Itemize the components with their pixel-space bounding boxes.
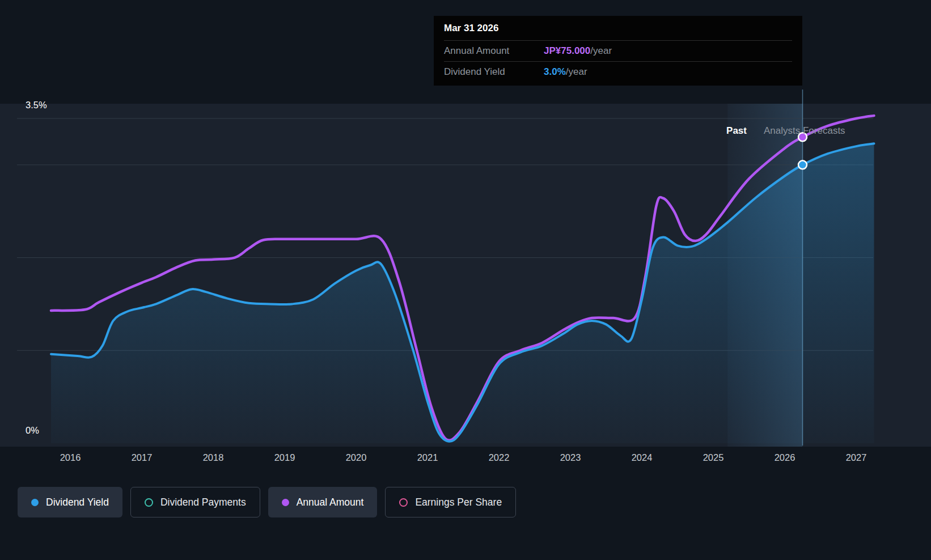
tooltip-suffix: /year <box>566 66 587 78</box>
svg-text:2025: 2025 <box>703 452 724 463</box>
legend-label: Dividend Yield <box>46 497 109 508</box>
legend-button-annual-amount[interactable]: Annual Amount <box>268 487 378 517</box>
chart-legend: Dividend Yield Dividend Payments Annual … <box>18 487 516 517</box>
svg-text:2022: 2022 <box>489 452 510 463</box>
svg-text:2019: 2019 <box>274 452 295 463</box>
tooltip-suffix: /year <box>590 45 612 57</box>
legend-button-dividend-yield[interactable]: Dividend Yield <box>18 487 122 517</box>
svg-text:2024: 2024 <box>632 452 653 463</box>
svg-text:2023: 2023 <box>560 452 581 463</box>
chart-tooltip: Mar 31 2026 Annual Amount JP¥75.000 /yea… <box>434 16 802 86</box>
svg-text:2017: 2017 <box>132 452 153 463</box>
dividend-payments-ring-icon <box>145 498 153 507</box>
legend-label: Annual Amount <box>297 497 364 508</box>
analysts-forecasts-label: Analysts Forecasts <box>764 125 845 137</box>
past-label: Past <box>707 125 747 137</box>
y-axis-labels: 3.5% 0% <box>26 100 47 435</box>
legend-label: Dividend Payments <box>160 497 246 508</box>
tooltip-row-dividend-yield: Dividend Yield 3.0% /year <box>444 62 792 82</box>
legend-button-earnings-per-share[interactable]: Earnings Per Share <box>385 487 516 517</box>
tooltip-value: 3.0% <box>544 66 566 78</box>
svg-text:2026: 2026 <box>775 452 795 463</box>
y-label-top: 3.5% <box>26 100 47 110</box>
x-axis-labels: 2016201720182019202020212022202320242025… <box>60 452 867 463</box>
tooltip-value: JP¥75.000 <box>544 45 590 57</box>
annual-amount-dot-icon <box>282 499 289 506</box>
earnings-per-share-ring-icon <box>399 498 408 507</box>
legend-label: Earnings Per Share <box>415 497 502 508</box>
svg-text:2018: 2018 <box>203 452 224 463</box>
svg-text:2020: 2020 <box>346 452 367 463</box>
dividend-yield-dot-icon <box>31 499 39 506</box>
dividend-history-chart-page: 2016201720182019202020212022202320242025… <box>0 0 931 560</box>
svg-text:2021: 2021 <box>417 452 438 463</box>
svg-text:2027: 2027 <box>846 452 867 463</box>
legend-button-dividend-payments[interactable]: Dividend Payments <box>130 487 260 517</box>
tooltip-row-annual-amount: Annual Amount JP¥75.000 /year <box>444 41 792 62</box>
tooltip-label: Annual Amount <box>444 45 544 57</box>
tooltip-label: Dividend Yield <box>444 66 544 78</box>
tooltip-date: Mar 31 2026 <box>444 23 792 41</box>
svg-text:2016: 2016 <box>60 452 81 463</box>
y-label-bottom: 0% <box>26 425 39 435</box>
